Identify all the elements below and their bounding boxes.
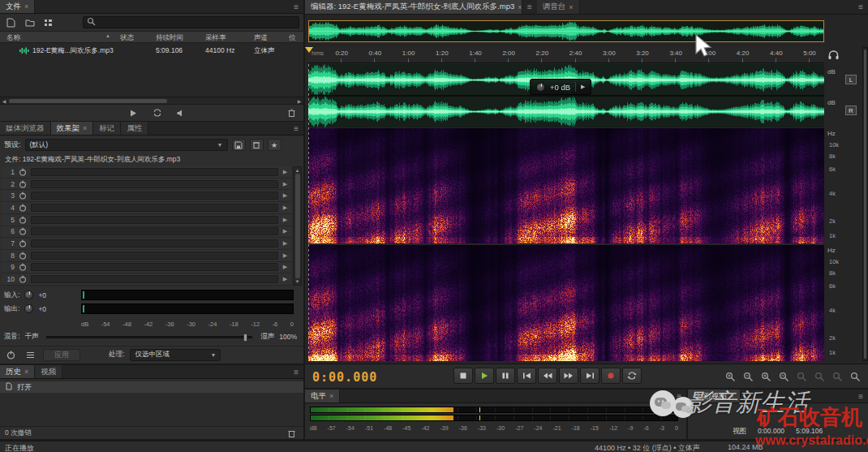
chevron-right-icon[interactable]: ▶ bbox=[581, 84, 585, 90]
overview-waveform-canvas[interactable] bbox=[309, 21, 823, 41]
column-channels[interactable]: 声道 bbox=[254, 33, 268, 43]
zoom-to-selection-button[interactable] bbox=[794, 370, 810, 382]
scroll-down-icon[interactable]: ▼ bbox=[295, 279, 300, 284]
tab-effects-rack[interactable]: 效果架 × bbox=[51, 122, 94, 135]
file-row[interactable]: 192-E黄梅...间欢乐多.mp3 5:09.106 44100 Hz 立体声 bbox=[0, 45, 303, 57]
effect-slot-well[interactable] bbox=[31, 252, 278, 260]
close-icon[interactable]: × bbox=[24, 368, 28, 376]
left-channel-badge[interactable]: L bbox=[845, 75, 857, 84]
close-icon[interactable]: × bbox=[518, 3, 522, 11]
chevron-right-icon[interactable]: ▶ bbox=[281, 252, 290, 259]
mix-slider-thumb[interactable] bbox=[243, 334, 247, 342]
panel-menu-icon[interactable]: ≡ bbox=[289, 0, 303, 13]
right-channel-badge[interactable]: R bbox=[845, 105, 857, 115]
column-sample-rate[interactable]: 采样率 bbox=[205, 33, 226, 43]
power-icon[interactable] bbox=[17, 192, 28, 200]
panel-menu-icon[interactable]: ≡ bbox=[289, 365, 303, 378]
preset-dropdown[interactable]: (默认) ▼ bbox=[25, 139, 228, 151]
column-duration[interactable]: 持续时间 bbox=[156, 33, 183, 43]
skip-to-end-button[interactable] bbox=[580, 368, 599, 384]
preview-play-button[interactable] bbox=[127, 107, 140, 119]
files-horizontal-scrollbar[interactable]: ◀ ▶ bbox=[0, 97, 303, 104]
close-icon[interactable]: × bbox=[24, 2, 28, 11]
time-display[interactable]: 0:00.000 bbox=[312, 370, 377, 385]
chevron-right-icon[interactable]: ▶ bbox=[281, 240, 290, 247]
process-dropdown[interactable]: 仅选中区域 ▼ bbox=[130, 349, 221, 361]
gain-knob-icon[interactable] bbox=[536, 83, 545, 92]
panel-menu-icon[interactable]: ≡ bbox=[289, 122, 303, 135]
trash-icon[interactable] bbox=[285, 427, 299, 439]
list-view-button[interactable] bbox=[41, 16, 55, 28]
speaker-icon[interactable] bbox=[174, 107, 187, 119]
chevron-right-icon[interactable]: ▶ bbox=[281, 204, 290, 211]
open-folder-button[interactable] bbox=[23, 16, 37, 28]
spectrogram-right-channel[interactable] bbox=[308, 245, 824, 361]
tab-mixer[interactable]: 调音台 × bbox=[537, 0, 580, 14]
stop-button[interactable] bbox=[453, 368, 473, 384]
scroll-left-icon[interactable]: ◀ bbox=[0, 98, 8, 104]
import-file-button[interactable] bbox=[4, 16, 18, 28]
loop-preview-button[interactable] bbox=[150, 107, 164, 119]
power-icon[interactable] bbox=[17, 215, 28, 224]
playhead-marker[interactable] bbox=[305, 47, 313, 53]
effect-slot[interactable]: 8▶ bbox=[2, 250, 291, 262]
power-icon[interactable] bbox=[17, 179, 28, 188]
play-button[interactable] bbox=[475, 368, 494, 384]
history-item-open[interactable]: 打开 bbox=[0, 381, 303, 393]
timeline-ruler[interactable]: hms 0:200:401:001:201:402:002:202:403:00… bbox=[308, 47, 824, 63]
tab-video[interactable]: 视频 bbox=[35, 365, 62, 378]
effect-slot[interactable]: 7▶ bbox=[2, 238, 291, 250]
chevron-right-icon[interactable]: ▶ bbox=[281, 192, 290, 199]
power-icon[interactable] bbox=[17, 263, 28, 272]
effect-slot-well[interactable] bbox=[31, 192, 278, 200]
favorite-star-icon[interactable]: ★ bbox=[268, 139, 281, 151]
scrollbar-thumb[interactable] bbox=[9, 99, 167, 103]
power-icon[interactable] bbox=[17, 275, 28, 284]
waveform-display[interactable] bbox=[308, 64, 824, 127]
chevron-right-icon[interactable]: ▶ bbox=[281, 181, 290, 187]
column-name[interactable]: 名称 bbox=[6, 33, 20, 43]
tab-history[interactable]: 历史 × bbox=[0, 365, 35, 378]
zoom-out-amplitude-button[interactable] bbox=[776, 370, 792, 382]
zoom-full-button[interactable] bbox=[848, 370, 863, 382]
zoom-out-time-button[interactable] bbox=[741, 370, 756, 382]
rack-power-icon[interactable] bbox=[4, 349, 18, 361]
tab-levels[interactable]: 电平 × bbox=[305, 390, 340, 402]
scrollbar-track[interactable] bbox=[8, 98, 295, 104]
tab-files[interactable]: 文件 × bbox=[0, 0, 35, 13]
search-input[interactable] bbox=[99, 18, 295, 28]
power-icon[interactable] bbox=[17, 239, 28, 248]
effect-slot[interactable]: 1▶ bbox=[2, 166, 291, 179]
zoom-selection-out-point-button[interactable] bbox=[830, 370, 845, 382]
delete-preset-icon[interactable] bbox=[250, 139, 264, 151]
effect-slot-well[interactable] bbox=[31, 204, 278, 212]
sort-ascending-icon[interactable]: ▲ bbox=[105, 33, 110, 38]
effect-slot[interactable]: 9▶ bbox=[2, 262, 291, 274]
apply-button[interactable]: 应用 bbox=[43, 349, 80, 361]
effect-slot-well[interactable] bbox=[31, 180, 278, 188]
fast-forward-button[interactable] bbox=[559, 368, 578, 384]
power-icon[interactable] bbox=[17, 251, 28, 260]
effect-slot[interactable]: 5▶ bbox=[2, 214, 291, 226]
zoom-selection-in-point-button[interactable] bbox=[812, 370, 827, 382]
effect-slot[interactable]: 2▶ bbox=[2, 179, 291, 191]
editor-vertical-scrollbar[interactable] bbox=[862, 47, 868, 361]
effect-slot-well[interactable] bbox=[31, 216, 278, 224]
power-icon[interactable] bbox=[17, 203, 28, 212]
loop-playback-button[interactable] bbox=[622, 368, 642, 384]
chevron-right-icon[interactable]: ▶ bbox=[281, 276, 290, 282]
headphone-icon[interactable] bbox=[827, 50, 840, 62]
output-gain-knob[interactable] bbox=[24, 304, 33, 313]
scroll-up-icon[interactable]: ▲ bbox=[295, 168, 300, 173]
effect-slot-well[interactable] bbox=[31, 227, 278, 235]
effect-slot-well[interactable] bbox=[31, 275, 278, 283]
close-icon[interactable]: × bbox=[83, 124, 87, 132]
chevron-right-icon[interactable]: ▶ bbox=[281, 217, 290, 223]
tab-markers[interactable]: 标记 bbox=[93, 122, 121, 135]
trash-icon[interactable] bbox=[285, 107, 299, 119]
slots-scrollbar[interactable]: ▲ ▼ bbox=[293, 166, 302, 286]
rewind-button[interactable] bbox=[538, 368, 557, 384]
close-icon[interactable]: × bbox=[569, 3, 573, 11]
spectrogram-left-channel[interactable] bbox=[308, 128, 824, 243]
tab-properties[interactable]: 属性 bbox=[121, 122, 148, 135]
